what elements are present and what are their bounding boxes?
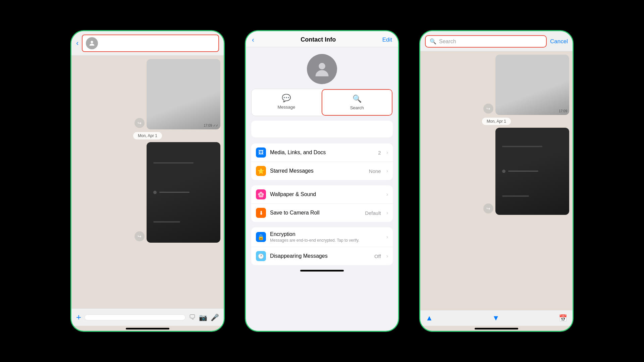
right-home-indicator [475,328,518,329]
image-thumbnail-2 [147,142,220,243]
encryption-icon: 🔒 [256,232,266,242]
left-chat-area: 17:09 ✓✓ ↪ Mon, Apr 1 ↪ [71,56,224,308]
cancel-button[interactable]: Cancel [550,38,568,45]
starred-icon: ⭐ [256,166,266,176]
right-timestamp-1: 17:09 [559,109,567,113]
wallpaper-icon: 🌸 [256,189,266,199]
starred-row[interactable]: ⭐ Starred Messages None › [251,162,393,180]
image-thumbnail-1: 17:09 ✓✓ [147,59,220,129]
waveform-bar [159,192,190,193]
search-tab-label: Search [350,105,364,110]
search-bar[interactable]: 🔍 Search [425,35,547,48]
date-badge: Mon, Apr 1 [133,132,162,139]
r-play-dot [502,170,505,173]
contact-avatar [307,54,337,84]
tab-message[interactable]: 💬 Message [252,89,321,116]
left-phone-frame: ‹ 17:09 ✓✓ ↪ Mon, Apr 1 [70,30,225,332]
left-input-bar: + 🗨 📷 🎤 [71,308,224,326]
encryption-sub: Messages are end-to-end encrypted. Tap t… [270,238,381,243]
right-image-2: ↪ [495,128,569,215]
dark-line-2 [153,221,180,223]
camera-roll-icon: ⬇ [256,208,266,218]
media-chevron: › [386,149,388,156]
audio-waveform [153,191,190,194]
forward-button-2[interactable]: ↪ [135,231,145,241]
camera-roll-chevron: › [386,210,388,216]
camera-icon[interactable]: 📷 [199,313,207,321]
camera-roll-value: Default [365,210,381,216]
encryption-chevron: › [386,234,388,240]
disappearing-chevron: › [386,253,388,259]
search-icon: 🔍 [430,38,436,45]
message-tab-label: Message [277,105,295,110]
middle-phone-frame: ‹ Contact Info Edit 💬 Message 🔍 Search 🖼… [245,30,399,332]
disappearing-label: Disappearing Messages [270,253,370,259]
action-tabs: 💬 Message 🔍 Search [251,89,393,116]
left-header: ‹ [71,31,224,56]
disappearing-icon: 🕐 [256,251,266,261]
mid-back-button[interactable]: ‹ [252,36,254,44]
starred-chevron: › [386,168,388,174]
starred-value: None [369,168,381,174]
page-title: Contact Info [301,36,336,43]
r-audio-waveform [502,170,538,173]
wallpaper-row[interactable]: 🌸 Wallpaper & Sound › [251,185,393,204]
encryption-label: Encryption [270,231,381,237]
right-date-badge: Mon, Apr 1 [482,118,511,125]
search-input[interactable]: Search [439,39,542,45]
section-group-1: 🖼 Media, Links, and Docs 2 › ⭐ Starred M… [251,143,393,180]
mic-icon[interactable]: 🎤 [211,313,219,321]
nav-up-button[interactable]: ▲ [426,314,433,322]
camera-roll-row[interactable]: ⬇ Save to Camera Roll Default › [251,204,393,222]
avatar [86,37,98,49]
right-forward-2[interactable]: ↪ [483,203,493,214]
dark-line-1 [153,162,194,164]
encryption-text: Encryption Messages are end-to-end encry… [270,231,381,243]
disappearing-value: Off [374,253,381,259]
media-icon: 🖼 [256,147,266,158]
r-dark-line-2 [502,195,529,197]
wallpaper-chevron: › [386,191,388,197]
camera-roll-label: Save to Camera Roll [270,210,361,216]
sticker-icon[interactable]: 🗨 [189,313,196,321]
wallpaper-label: Wallpaper & Sound [270,191,381,197]
svg-point-0 [91,41,93,43]
section-group-2: 🌸 Wallpaper & Sound › ⬇ Save to Camera R… [251,185,393,222]
forward-button-1[interactable]: ↪ [135,118,145,128]
image-message-2: ↪ [147,142,220,243]
message-input[interactable] [85,314,185,320]
svg-point-1 [319,63,325,70]
timestamp-1: 17:09 ✓✓ [204,124,218,127]
tab-search[interactable]: 🔍 Search [322,89,393,116]
mid-header: ‹ Contact Info Edit [246,31,398,47]
back-button[interactable]: ‹ [76,39,78,48]
play-dot [153,191,157,194]
right-img-box-1: 17:09 [495,55,569,115]
right-chat-area: 17:09 ↪ Mon, Apr 1 ↪ [420,51,573,310]
encryption-row[interactable]: 🔒 Encryption Messages are end-to-end enc… [251,227,393,247]
r-waveform-bar [508,171,538,172]
message-tab-icon: 💬 [282,94,291,103]
media-label: Media, Links, and Docs [270,149,374,156]
edit-button[interactable]: Edit [382,37,392,43]
disappearing-row[interactable]: 🕐 Disappearing Messages Off › [251,247,393,265]
starred-label: Starred Messages [270,168,365,174]
right-bottom-bar: ▲ ▼ 📅 [420,310,573,326]
search-results-area [251,121,393,137]
media-row[interactable]: 🖼 Media, Links, and Docs 2 › [251,143,393,162]
right-image-1: 17:09 ↪ [495,55,569,115]
home-indicator [126,328,169,329]
mid-home-indicator [300,270,344,272]
image-message-1: 17:09 ✓✓ ↪ [147,59,220,129]
right-img-box-2 [495,128,569,215]
media-value: 2 [378,150,381,156]
nav-down-button[interactable]: ▼ [492,314,500,322]
search-tab-icon: 🔍 [353,95,362,103]
right-forward-1[interactable]: ↪ [483,104,493,114]
right-phone-frame: 🔍 Search Cancel 17:09 ↪ Mon, Apr 1 [419,30,574,332]
calendar-button[interactable]: 📅 [559,314,567,322]
right-header: 🔍 Search Cancel [420,31,573,51]
add-attachment-button[interactable]: + [76,312,81,322]
contact-bar[interactable] [82,35,219,52]
r-dark-line-1 [502,146,542,147]
